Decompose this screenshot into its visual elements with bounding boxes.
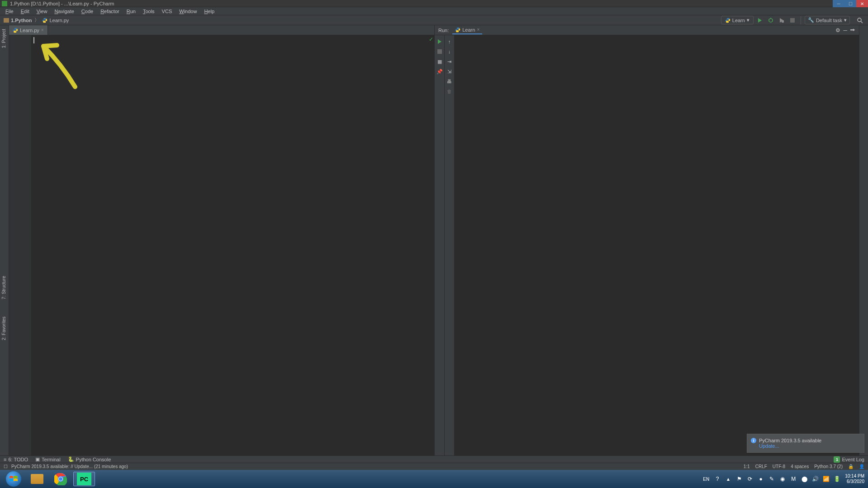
taskbar-clock[interactable]: 10:14 PM 6/3/2020 <box>845 474 864 484</box>
editor-gutter <box>9 35 32 455</box>
run-body: ▦ 📌 ↑ ↓ ⇥ ⇲ 🖶 🗑 <box>435 35 859 455</box>
status-message[interactable]: PyCharm 2019.3.5 available: // Update...… <box>11 464 128 469</box>
status-icon[interactable]: ☐ <box>4 464 8 469</box>
menu-help[interactable]: Help <box>200 9 218 14</box>
menu-code[interactable]: Code <box>78 9 97 14</box>
run-settings-icon[interactable]: ⚙ <box>835 27 840 33</box>
start-button[interactable] <box>3 472 24 486</box>
svg-point-0 <box>44 18 44 19</box>
default-task-label: Default task <box>816 18 842 23</box>
taskbar-chrome[interactable] <box>50 472 71 486</box>
tray-show-hidden-icon[interactable]: ▴ <box>725 475 732 483</box>
tray-help-icon[interactable]: ? <box>714 475 721 483</box>
tray-volume-icon[interactable]: 🔊 <box>811 475 819 483</box>
breadcrumb-file-label: Learn.py <box>49 18 69 23</box>
python-file-icon <box>13 28 18 33</box>
tray-battery-icon[interactable]: 🔋 <box>833 475 840 483</box>
run-hide-icon[interactable]: ⮕ <box>850 27 855 33</box>
menu-navigate[interactable]: Navigate <box>51 9 77 14</box>
rerun-button[interactable] <box>436 38 443 45</box>
breadcrumb: 1.Python 〉 Learn.py <box>4 17 69 24</box>
tray-action-center-icon[interactable]: ⚑ <box>735 475 743 483</box>
menu-run[interactable]: Run <box>123 9 139 14</box>
terminal-icon: ▣ <box>35 456 40 462</box>
right-tool-sidebar <box>859 25 868 455</box>
indent-settings[interactable]: 4 spaces <box>791 464 809 469</box>
tray-app2-icon[interactable]: ✎ <box>768 475 775 483</box>
project-tool-button[interactable]: 1: Project <box>1 27 6 50</box>
stop-button[interactable] <box>788 16 797 25</box>
terminal-tool-button[interactable]: ▣Terminal <box>35 456 61 462</box>
menu-edit[interactable]: Edit <box>17 9 33 14</box>
search-everywhere-button[interactable] <box>855 16 864 25</box>
layout-button[interactable]: ▦ <box>436 58 443 65</box>
up-stack-button[interactable]: ↑ <box>446 38 453 45</box>
update-notification[interactable]: i PyCharm 2019.3.5 available Update... <box>747 434 864 453</box>
menu-tools[interactable]: Tools <box>139 9 158 14</box>
window-minimize-button[interactable]: ─ <box>833 0 844 7</box>
window-maximize-button[interactable]: ☐ <box>844 0 856 7</box>
run-tab-learn[interactable]: Learn × <box>452 26 482 34</box>
window-close-button[interactable]: ✕ <box>856 0 868 7</box>
tray-app4-icon[interactable]: ⬤ <box>801 475 808 483</box>
event-log-tool-button[interactable]: 1 Event Log <box>834 456 864 463</box>
breadcrumb-file[interactable]: Learn.py <box>42 18 69 23</box>
favorites-tool-button[interactable]: 2: Favorites <box>1 315 6 342</box>
inspection-profile-icon[interactable]: 👤 <box>859 464 864 469</box>
python-console-label: Python Console <box>76 457 111 462</box>
language-indicator[interactable]: EN <box>703 477 709 482</box>
editor-body[interactable]: ✓ <box>9 35 434 455</box>
run-button[interactable] <box>755 16 764 25</box>
python-console-tool-button[interactable]: 🐍Python Console <box>68 456 111 462</box>
menu-file[interactable]: File <box>2 9 17 14</box>
clear-all-button[interactable]: 🗑 <box>446 88 453 95</box>
read-only-lock-icon[interactable]: 🔒 <box>848 464 854 469</box>
inspection-ok-icon[interactable]: ✓ <box>429 36 433 43</box>
menu-refactor[interactable]: Refactor <box>97 9 123 14</box>
run-config-label: Learn <box>732 18 745 23</box>
down-stack-button[interactable]: ↓ <box>446 48 453 55</box>
code-area[interactable] <box>32 35 434 455</box>
bottom-tool-bar: ≡6: TODO ▣Terminal 🐍Python Console 1 Eve… <box>0 455 868 463</box>
event-log-badge: 1 <box>834 456 840 463</box>
cursor-position[interactable]: 1:1 <box>744 464 750 469</box>
tray-app3-icon[interactable]: ◉ <box>779 475 786 483</box>
tray-sync-icon[interactable]: ⟳ <box>746 475 754 483</box>
stop-run-button[interactable] <box>436 48 443 55</box>
line-separator[interactable]: CRLF <box>755 464 767 469</box>
soft-wrap-button[interactable]: ⇥ <box>446 58 453 65</box>
svg-rect-12 <box>437 49 442 54</box>
taskbar-explorer[interactable] <box>26 472 48 486</box>
close-run-tab-icon[interactable]: × <box>477 27 479 32</box>
editor-tab-learn[interactable]: Learn.py × <box>9 25 48 35</box>
print-button[interactable]: 🖶 <box>446 78 453 85</box>
menu-view[interactable]: View <box>33 9 51 14</box>
navigation-toolbar: 1.Python 〉 Learn.py Learn ▾ 🔧 Default ta… <box>0 15 868 25</box>
clock-date: 6/3/2020 <box>845 479 864 484</box>
run-output-area[interactable] <box>455 35 859 455</box>
structure-tool-button[interactable]: 7: Structure <box>1 274 6 301</box>
taskbar-pycharm[interactable]: PC <box>73 472 95 486</box>
run-minimize-icon[interactable]: ─ <box>843 27 847 33</box>
close-tab-icon[interactable]: × <box>41 28 44 33</box>
scroll-to-end-button[interactable]: ⇲ <box>446 68 453 75</box>
run-config-selector[interactable]: Learn ▾ <box>721 16 754 24</box>
debug-button[interactable] <box>766 16 775 25</box>
file-encoding[interactable]: UTF-8 <box>773 464 785 469</box>
todo-tool-button[interactable]: ≡6: TODO <box>4 457 28 462</box>
svg-rect-9 <box>790 18 795 23</box>
tray-mail-icon[interactable]: M <box>790 475 797 483</box>
main-menubar: File Edit View Navigate Code Refactor Ru… <box>0 7 868 15</box>
breadcrumb-project[interactable]: 1.Python <box>4 18 32 23</box>
tray-network-icon[interactable]: 📶 <box>822 475 830 483</box>
menu-vcs[interactable]: VCS <box>158 9 176 14</box>
notification-update-link[interactable]: Update... <box>759 443 860 449</box>
pin-button[interactable]: 📌 <box>436 68 443 75</box>
run-with-coverage-button[interactable] <box>777 16 786 25</box>
tray-app1-icon[interactable]: ● <box>757 475 764 483</box>
clock-time: 10:14 PM <box>845 474 864 479</box>
breadcrumb-separator: 〉 <box>34 17 39 24</box>
default-task-selector[interactable]: 🔧 Default task ▾ <box>805 16 850 24</box>
python-interpreter[interactable]: Python 3.7 (2) <box>814 464 843 469</box>
menu-window[interactable]: Window <box>175 9 200 14</box>
